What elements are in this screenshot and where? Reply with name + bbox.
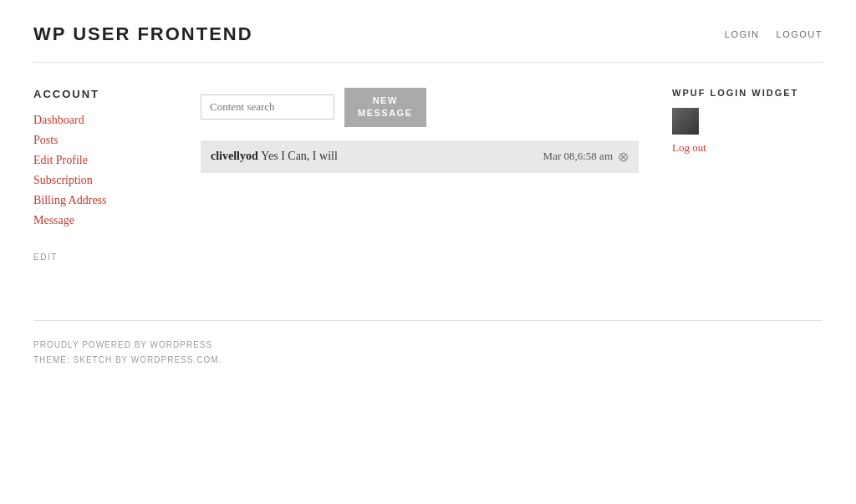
header-nav: LOGIN LOGOUT [725,29,823,39]
edit-label: EDIT [33,252,184,262]
message-preview: Yes I Can, I will [261,150,338,162]
sidebar-link-subscription[interactable]: Subscription [33,174,93,186]
message-list: clivellyod Yes I Can, I will Mar 08,6:58… [201,140,639,173]
message-toolbar: NEWMESSAGE [201,88,639,127]
sidebar-link-posts[interactable]: Posts [33,134,59,146]
sidebar-item-subscription[interactable]: Subscription [33,174,184,187]
right-widget: WPUF LOGIN WIDGET Log out [655,88,823,262]
logout-link-widget[interactable]: Log out [672,141,706,154]
logout-link-header[interactable]: LOGOUT [777,29,823,39]
sidebar-item-billing-address[interactable]: Billing Address [33,194,184,207]
avatar [672,108,699,135]
sidebar-link-edit-profile[interactable]: Edit Profile [33,154,88,166]
sidebar-nav: Dashboard Posts Edit Profile Subscriptio… [33,114,184,227]
avatar-image [672,108,699,135]
footer-line1: PROUDLY POWERED BY WORDPRESS [33,338,823,353]
search-input[interactable] [201,94,334,120]
message-timestamp: Mar 08,6:58 am [543,150,613,163]
footer-line2: THEME: SKETCH BY WORDPRESS.COM. [33,353,823,368]
sidebar-item-posts[interactable]: Posts [33,134,184,147]
message-item[interactable]: clivellyod Yes I Can, I will Mar 08,6:58… [201,140,639,173]
sidebar-item-dashboard[interactable]: Dashboard [33,114,184,127]
new-message-button[interactable]: NEWMESSAGE [344,88,426,127]
login-link[interactable]: LOGIN [725,29,760,39]
message-content: clivellyod Yes I Can, I will [211,150,338,163]
sidebar-item-message[interactable]: Message [33,214,184,227]
site-title: WP USER FRONTEND [33,23,253,45]
sidebar-link-billing-address[interactable]: Billing Address [33,194,107,206]
sidebar-title: ACCOUNT [33,88,184,100]
main-content: ACCOUNT Dashboard Posts Edit Profile Sub… [0,63,856,287]
sidebar-item-edit-profile[interactable]: Edit Profile [33,154,184,167]
sidebar: ACCOUNT Dashboard Posts Edit Profile Sub… [33,88,184,262]
site-header: WP USER FRONTEND LOGIN LOGOUT [0,0,856,62]
message-delete-icon[interactable]: ⊗ [618,149,629,165]
site-footer: PROUDLY POWERED BY WORDPRESS THEME: SKET… [0,321,856,384]
sidebar-link-dashboard[interactable]: Dashboard [33,114,84,126]
message-area: NEWMESSAGE clivellyod Yes I Can, I will … [184,88,655,262]
message-sender: clivellyod [211,150,258,162]
message-meta: Mar 08,6:58 am ⊗ [543,149,629,165]
widget-title: WPUF LOGIN WIDGET [672,88,823,98]
sidebar-link-message[interactable]: Message [33,214,74,227]
